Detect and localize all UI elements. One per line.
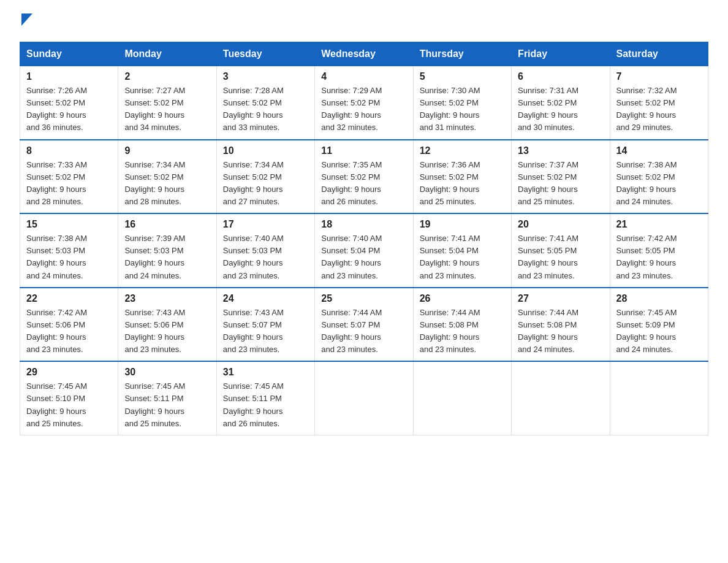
calendar-header-row: SundayMondayTuesdayWednesdayThursdayFrid… [20,42,708,66]
day-number: 13 [518,145,603,156]
day-number: 24 [223,293,308,304]
day-number: 6 [518,71,603,82]
day-info: Sunrise: 7:26 AM Sunset: 5:02 PM Dayligh… [26,85,112,134]
calendar-day-cell: 9 Sunrise: 7:34 AM Sunset: 5:02 PM Dayli… [118,140,216,214]
day-number: 19 [420,219,505,230]
calendar-day-cell: 6 Sunrise: 7:31 AM Sunset: 5:02 PM Dayli… [512,66,610,140]
calendar-day-cell: 19 Sunrise: 7:41 AM Sunset: 5:04 PM Dayl… [413,213,511,288]
day-number: 31 [223,367,308,378]
day-info: Sunrise: 7:38 AM Sunset: 5:03 PM Dayligh… [26,232,112,282]
logo [20,15,32,29]
calendar-day-cell [610,361,708,435]
calendar-day-cell: 1 Sunrise: 7:26 AM Sunset: 5:02 PM Dayli… [20,66,118,140]
day-number: 23 [124,293,210,304]
calendar-day-cell [315,361,413,435]
calendar-day-cell: 2 Sunrise: 7:27 AM Sunset: 5:02 PM Dayli… [118,66,216,140]
calendar-day-cell: 7 Sunrise: 7:32 AM Sunset: 5:02 PM Dayli… [610,66,708,140]
day-number: 22 [26,293,112,304]
day-number: 18 [321,219,406,230]
day-info: Sunrise: 7:39 AM Sunset: 5:03 PM Dayligh… [124,232,210,282]
calendar-day-cell: 14 Sunrise: 7:38 AM Sunset: 5:02 PM Dayl… [610,140,708,214]
calendar-day-cell: 18 Sunrise: 7:40 AM Sunset: 5:04 PM Dayl… [315,213,413,288]
calendar-day-cell [413,361,511,435]
day-info: Sunrise: 7:37 AM Sunset: 5:02 PM Dayligh… [518,159,603,209]
calendar-week-row: 8 Sunrise: 7:33 AM Sunset: 5:02 PM Dayli… [20,140,708,214]
day-info: Sunrise: 7:41 AM Sunset: 5:05 PM Dayligh… [518,232,603,282]
day-number: 2 [124,71,210,82]
calendar-header-tuesday: Tuesday [216,42,314,66]
calendar-day-cell: 11 Sunrise: 7:35 AM Sunset: 5:02 PM Dayl… [315,140,413,214]
day-info: Sunrise: 7:31 AM Sunset: 5:02 PM Dayligh… [518,85,603,134]
day-number: 17 [223,219,308,230]
calendar-day-cell: 25 Sunrise: 7:44 AM Sunset: 5:07 PM Dayl… [315,288,413,362]
calendar-header-wednesday: Wednesday [315,42,413,66]
day-number: 30 [124,367,210,378]
calendar-header-thursday: Thursday [413,42,511,66]
calendar-week-row: 22 Sunrise: 7:42 AM Sunset: 5:06 PM Dayl… [20,288,708,362]
day-info: Sunrise: 7:35 AM Sunset: 5:02 PM Dayligh… [321,159,406,209]
calendar-week-row: 29 Sunrise: 7:45 AM Sunset: 5:10 PM Dayl… [20,361,708,435]
day-info: Sunrise: 7:40 AM Sunset: 5:03 PM Dayligh… [223,232,308,282]
day-info: Sunrise: 7:34 AM Sunset: 5:02 PM Dayligh… [124,159,210,209]
calendar-day-cell: 21 Sunrise: 7:42 AM Sunset: 5:05 PM Dayl… [610,213,708,288]
day-info: Sunrise: 7:44 AM Sunset: 5:08 PM Dayligh… [518,307,603,356]
calendar-day-cell: 12 Sunrise: 7:36 AM Sunset: 5:02 PM Dayl… [413,140,511,214]
calendar-day-cell: 5 Sunrise: 7:30 AM Sunset: 5:02 PM Dayli… [413,66,511,140]
calendar-day-cell: 4 Sunrise: 7:29 AM Sunset: 5:02 PM Dayli… [315,66,413,140]
logo-arrow-icon [21,13,32,28]
day-info: Sunrise: 7:45 AM Sunset: 5:11 PM Dayligh… [124,380,210,430]
day-number: 1 [26,71,112,82]
day-info: Sunrise: 7:44 AM Sunset: 5:07 PM Dayligh… [321,307,406,356]
day-info: Sunrise: 7:45 AM Sunset: 5:11 PM Dayligh… [223,380,308,430]
calendar-header-saturday: Saturday [610,42,708,66]
calendar-day-cell: 17 Sunrise: 7:40 AM Sunset: 5:03 PM Dayl… [216,213,314,288]
calendar-day-cell: 26 Sunrise: 7:44 AM Sunset: 5:08 PM Dayl… [413,288,511,362]
day-info: Sunrise: 7:43 AM Sunset: 5:06 PM Dayligh… [124,307,210,356]
day-number: 11 [321,145,406,156]
calendar-week-row: 1 Sunrise: 7:26 AM Sunset: 5:02 PM Dayli… [20,66,708,140]
calendar-header-monday: Monday [118,42,216,66]
day-number: 26 [420,293,505,304]
day-number: 10 [223,145,308,156]
calendar-day-cell: 8 Sunrise: 7:33 AM Sunset: 5:02 PM Dayli… [20,140,118,214]
day-number: 20 [518,219,603,230]
day-number: 21 [616,219,702,230]
day-info: Sunrise: 7:28 AM Sunset: 5:02 PM Dayligh… [223,85,308,134]
day-info: Sunrise: 7:32 AM Sunset: 5:02 PM Dayligh… [616,85,702,134]
day-number: 29 [26,367,112,378]
calendar-day-cell: 20 Sunrise: 7:41 AM Sunset: 5:05 PM Dayl… [512,213,610,288]
page-header [20,15,708,29]
calendar-day-cell: 24 Sunrise: 7:43 AM Sunset: 5:07 PM Dayl… [216,288,314,362]
calendar-day-cell: 30 Sunrise: 7:45 AM Sunset: 5:11 PM Dayl… [118,361,216,435]
day-info: Sunrise: 7:45 AM Sunset: 5:10 PM Dayligh… [26,380,112,430]
day-number: 25 [321,293,406,304]
day-info: Sunrise: 7:34 AM Sunset: 5:02 PM Dayligh… [223,159,308,209]
calendar-day-cell: 28 Sunrise: 7:45 AM Sunset: 5:09 PM Dayl… [610,288,708,362]
calendar-week-row: 15 Sunrise: 7:38 AM Sunset: 5:03 PM Dayl… [20,213,708,288]
calendar-header-friday: Friday [512,42,610,66]
calendar-day-cell: 23 Sunrise: 7:43 AM Sunset: 5:06 PM Dayl… [118,288,216,362]
calendar-day-cell: 10 Sunrise: 7:34 AM Sunset: 5:02 PM Dayl… [216,140,314,214]
day-info: Sunrise: 7:43 AM Sunset: 5:07 PM Dayligh… [223,307,308,356]
day-number: 5 [420,71,505,82]
calendar-header-sunday: Sunday [20,42,118,66]
day-info: Sunrise: 7:42 AM Sunset: 5:05 PM Dayligh… [616,232,702,282]
svg-marker-0 [21,13,32,26]
day-number: 16 [124,219,210,230]
calendar-day-cell: 13 Sunrise: 7:37 AM Sunset: 5:02 PM Dayl… [512,140,610,214]
day-info: Sunrise: 7:30 AM Sunset: 5:02 PM Dayligh… [420,85,505,134]
day-info: Sunrise: 7:40 AM Sunset: 5:04 PM Dayligh… [321,232,406,282]
calendar-day-cell: 22 Sunrise: 7:42 AM Sunset: 5:06 PM Dayl… [20,288,118,362]
day-number: 12 [420,145,505,156]
day-number: 7 [616,71,702,82]
day-info: Sunrise: 7:41 AM Sunset: 5:04 PM Dayligh… [420,232,505,282]
calendar-day-cell: 27 Sunrise: 7:44 AM Sunset: 5:08 PM Dayl… [512,288,610,362]
day-info: Sunrise: 7:38 AM Sunset: 5:02 PM Dayligh… [616,159,702,209]
day-number: 4 [321,71,406,82]
day-info: Sunrise: 7:36 AM Sunset: 5:02 PM Dayligh… [420,159,505,209]
day-number: 8 [26,145,112,156]
day-info: Sunrise: 7:42 AM Sunset: 5:06 PM Dayligh… [26,307,112,356]
calendar-day-cell: 31 Sunrise: 7:45 AM Sunset: 5:11 PM Dayl… [216,361,314,435]
day-number: 15 [26,219,112,230]
day-info: Sunrise: 7:33 AM Sunset: 5:02 PM Dayligh… [26,159,112,209]
